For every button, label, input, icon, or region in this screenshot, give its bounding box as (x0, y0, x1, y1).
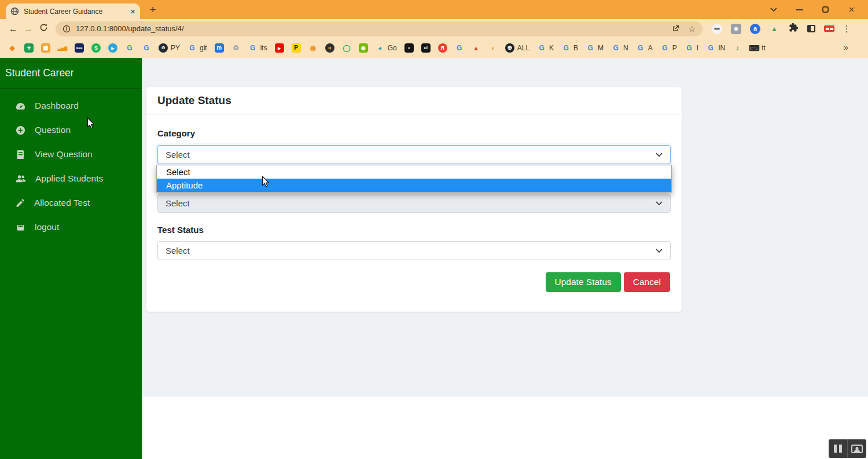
google-g-icon: G (125, 43, 134, 53)
bookmark-item[interactable]: G (125, 43, 134, 53)
bookmark-item[interactable]: m (215, 43, 224, 53)
close-button[interactable]: × (838, 0, 865, 19)
peaks-chart-icon[interactable]: ▲ (769, 24, 779, 34)
analytics-bars-icon: ▃▅▇ (58, 43, 67, 53)
bookmark-item[interactable]: G (455, 43, 464, 53)
address-bar[interactable]: 127.0.0.1:8000/update_status/4/ ☆ (56, 21, 703, 36)
category-select[interactable]: Select (157, 145, 671, 164)
tab-title: Student Career Guidance (24, 8, 126, 16)
bookmark-item[interactable]: G K (537, 43, 554, 53)
bookmark-item[interactable]: G P (660, 43, 677, 53)
sidebar-item-dashboard[interactable]: Dashboard (0, 94, 142, 118)
youtube-icon: ▶ (275, 43, 284, 53)
puzzle-extensions-icon[interactable] (789, 23, 799, 35)
bookmark-item[interactable]: ▃▅▇ (58, 43, 67, 53)
browser-menu-icon[interactable]: ⋮ (841, 24, 852, 34)
bookmark-item[interactable]: G B (561, 43, 578, 53)
bookmark-item[interactable]: ◆ (8, 43, 17, 53)
p-yellow-icon: P (292, 43, 301, 53)
tab-search-chevron-icon[interactable] (760, 0, 786, 19)
bookmark-item[interactable]: Я (438, 43, 447, 53)
speaker-icon: ♪ (733, 43, 742, 53)
dropdown-option-highlighted[interactable]: Apptitude (157, 179, 671, 192)
bookmark-item[interactable]: ◉ (308, 43, 318, 53)
share-icon[interactable] (671, 24, 680, 33)
bookmark-item[interactable]: cl (421, 43, 431, 53)
bookmark-item[interactable]: ◕ Go (376, 43, 397, 53)
forward-icon[interactable]: → (21, 24, 36, 34)
bookmark-item[interactable]: + (24, 43, 34, 53)
bookmark-item[interactable]: G A (636, 43, 653, 53)
sidebar-item-label: Allocated Test (34, 198, 90, 208)
ring-green-icon: ◯ (342, 43, 351, 53)
google-g-icon: G (187, 43, 197, 53)
second-select-disabled[interactable]: Select (157, 194, 671, 213)
new-tab-button[interactable]: + (146, 3, 160, 17)
bookmark-star-icon[interactable]: ☆ (688, 24, 696, 34)
bookmark-item[interactable]: ◗ (488, 43, 498, 53)
bookmark-item[interactable]: ▶ (275, 43, 284, 53)
reload-icon[interactable] (36, 23, 51, 34)
bookmark-item[interactable]: G I (685, 43, 698, 53)
yandex-icon: Я (438, 43, 447, 53)
google-g-icon: G (455, 43, 464, 53)
plus-circle-icon (15, 125, 26, 136)
url-text[interactable]: 127.0.0.1:8000/update_status/4/ (76, 24, 663, 33)
bookmark-item[interactable]: S (91, 43, 101, 53)
ieee-icon: IEEE (75, 43, 84, 53)
browser-tab[interactable]: Student Career Guidance × (6, 3, 140, 19)
red-badge-extension-icon[interactable] (824, 25, 834, 32)
bookmark-item[interactable]: ▦ (41, 43, 50, 53)
bookmark-item[interactable]: IEEE (75, 43, 84, 53)
sidebar-item-question[interactable]: Question (0, 118, 142, 142)
pause-button[interactable] (829, 439, 847, 458)
bookmark-item[interactable]: P (292, 43, 301, 53)
back-icon[interactable]: ← (6, 24, 21, 34)
bookmark-item[interactable]: G (142, 43, 151, 53)
a-blue-icon[interactable]: a (750, 24, 760, 34)
camera-preview-button[interactable] (847, 439, 866, 458)
bookmark-item[interactable]: G IN (706, 43, 725, 53)
google-g-icon: G (611, 43, 620, 53)
nvidia-icon: ◉ (359, 43, 368, 53)
sidebar-item-view-question[interactable]: View Question (0, 142, 142, 166)
bookmark-item[interactable]: ▶ (108, 43, 117, 53)
bookmark-item[interactable]: ♪ (733, 43, 742, 53)
google-g-icon: G (248, 43, 258, 53)
bookmark-item[interactable]: ¤ (325, 43, 334, 53)
bookmark-item[interactable]: ♻ (231, 43, 241, 53)
matlab-icon: ▲ (472, 43, 481, 53)
users-icon (15, 173, 27, 184)
sidebar-item-applied-students[interactable]: Applied Students (0, 166, 142, 191)
test-status-select[interactable]: Select (157, 241, 671, 260)
sidebar-item-logout[interactable]: logout (0, 215, 142, 239)
bookmark-item[interactable]: ▲ (472, 43, 481, 53)
panda-icon[interactable]: ʘʘ (712, 24, 722, 34)
bookmarks-overflow-icon[interactable]: » (844, 43, 848, 52)
minimize-button[interactable] (786, 0, 812, 19)
bookmark-item[interactable]: G N (611, 43, 628, 53)
bookmark-item[interactable]: ⊕ ALL (505, 43, 529, 53)
maximize-button[interactable] (812, 0, 838, 19)
bookmark-item[interactable]: ◉ (359, 43, 368, 53)
bookmark-item[interactable]: G git (187, 43, 207, 53)
bookmark-item[interactable]: ⌨ tt (749, 43, 766, 53)
person-frame-icon (851, 445, 863, 453)
bookmark-item[interactable]: ◯ (342, 43, 351, 53)
camera-orange-icon: ◉ (308, 43, 318, 53)
cancel-button[interactable]: Cancel (624, 272, 670, 292)
bookmark-item[interactable]: ʘ PY (159, 43, 180, 53)
google-g-icon: G (660, 43, 670, 53)
bookmark-item[interactable]: ◗ (404, 43, 414, 53)
site-info-icon[interactable] (62, 25, 71, 33)
bookmark-item[interactable]: G its (248, 43, 267, 53)
github-icon: ʘ (159, 43, 168, 53)
sidebar-item-allocated-test[interactable]: Allocated Test (0, 191, 142, 215)
update-status-card: Update Status Category Select Select App… (146, 87, 682, 312)
update-status-button[interactable]: Update Status (546, 272, 621, 292)
side-panel-icon[interactable] (807, 25, 815, 32)
tab-close-icon[interactable]: × (130, 7, 135, 16)
bookmark-item[interactable]: G M (586, 43, 604, 53)
person-gray-icon[interactable]: ☻ (731, 24, 741, 34)
dropdown-option[interactable]: Select (157, 165, 671, 179)
